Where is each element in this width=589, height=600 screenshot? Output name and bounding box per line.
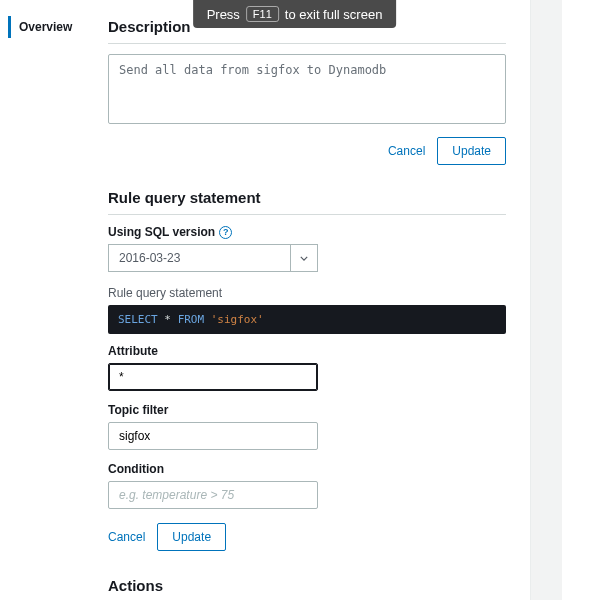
query-statement-box: SELECT * FROM 'sigfox': [108, 305, 506, 334]
condition-input[interactable]: [108, 481, 318, 509]
condition-label: Condition: [108, 462, 506, 476]
stmt-label: Rule query statement: [108, 286, 506, 300]
attribute-input[interactable]: [108, 363, 318, 391]
banner-post: to exit full screen: [285, 7, 383, 22]
exit-fullscreen-banner: Press F11 to exit full screen: [193, 0, 397, 28]
description-update-button[interactable]: Update: [437, 137, 506, 165]
left-nav: Overview: [0, 0, 90, 600]
rule-update-button[interactable]: Update: [157, 523, 226, 551]
main-content: Description Cancel Update Rule query sta…: [90, 0, 530, 600]
description-cancel-button[interactable]: Cancel: [388, 144, 425, 158]
rule-heading: Rule query statement: [108, 183, 506, 215]
right-gutter: [530, 0, 562, 600]
sql-version-value: 2016-03-23: [108, 244, 290, 272]
banner-pre: Press: [207, 7, 240, 22]
rule-cancel-button[interactable]: Cancel: [108, 530, 145, 544]
sql-version-label: Using SQL version ?: [108, 225, 506, 239]
sql-version-select[interactable]: 2016-03-23: [108, 244, 318, 272]
topic-input[interactable]: [108, 422, 318, 450]
chevron-down-icon[interactable]: [290, 244, 318, 272]
info-icon[interactable]: ?: [219, 226, 232, 239]
banner-key: F11: [246, 6, 279, 22]
topic-label: Topic filter: [108, 403, 506, 417]
attribute-label: Attribute: [108, 344, 506, 358]
tab-overview[interactable]: Overview: [8, 16, 82, 38]
description-input[interactable]: [108, 54, 506, 124]
actions-heading: Actions: [108, 571, 506, 600]
